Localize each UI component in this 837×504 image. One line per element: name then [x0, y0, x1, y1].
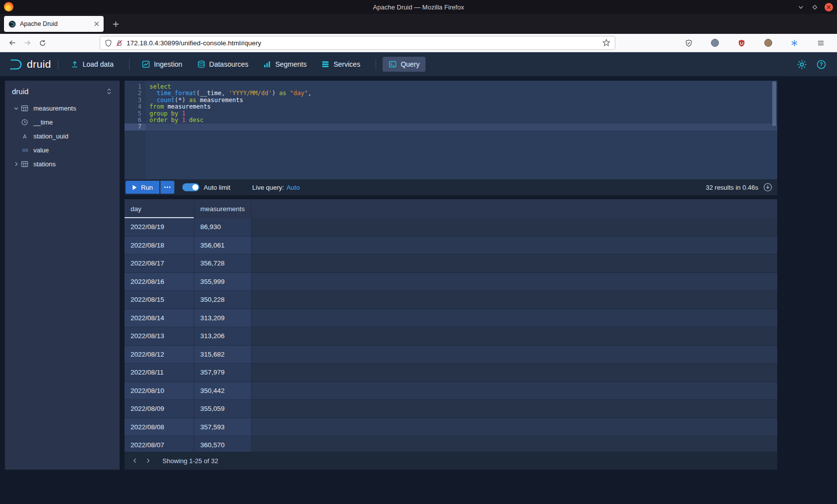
druid-logo-icon — [8, 58, 23, 71]
tree-item-measurements[interactable]: measurements — [5, 101, 120, 115]
auto-limit-toggle[interactable] — [182, 183, 199, 191]
nav-item-label: Services — [333, 60, 360, 68]
result-row: 2022/08/15350,228 — [125, 291, 777, 309]
new-tab-button[interactable] — [109, 17, 123, 31]
query-panel: 1234567 select time_format(__time, 'YYYY… — [125, 81, 777, 470]
next-page-button[interactable] — [141, 454, 154, 467]
ublock-origin-icon[interactable] — [735, 36, 747, 49]
tree-item-station_uuid[interactable]: Astation_uuid — [5, 129, 120, 143]
editor-gutter: 1234567 — [125, 81, 145, 179]
url-bar[interactable]: 172.18.0.4:30899/unified-console.html#qu… — [100, 36, 615, 50]
help-icon[interactable]: ? — [817, 60, 826, 69]
chevron-down-icon[interactable] — [11, 105, 21, 112]
bookmark-star-icon[interactable] — [602, 39, 610, 47]
result-cell-measurements[interactable]: 350,228 — [194, 291, 252, 309]
druid-brand[interactable]: druid — [8, 58, 51, 71]
app-menu-icon[interactable] — [815, 36, 827, 49]
window-titlebar: Apache Druid — Mozilla Firefox — [0, 0, 837, 14]
sql-editor[interactable]: 1234567 select time_format(__time, 'YYYY… — [125, 81, 777, 179]
window-minimize-button[interactable] — [797, 3, 805, 11]
extension-asterisk-icon[interactable] — [789, 36, 801, 49]
code-line: select — [149, 84, 777, 90]
result-cell-measurements[interactable]: 313,209 — [194, 309, 252, 328]
run-more-button[interactable] — [160, 181, 174, 194]
result-cell-day[interactable]: 2022/08/12 — [125, 346, 194, 364]
run-toolbar: Run Auto limit Live query: Auto 32 resul… — [125, 179, 777, 195]
result-cell-measurements[interactable]: 357,593 — [194, 418, 252, 437]
editor-scrollbar-thumb[interactable] — [772, 81, 776, 126]
result-cell-measurements[interactable]: 355,059 — [194, 400, 252, 418]
result-cell-measurements[interactable]: 313,206 — [194, 327, 252, 346]
result-cell-day[interactable]: 2022/08/08 — [125, 418, 194, 437]
back-button[interactable] — [5, 36, 20, 50]
download-icon[interactable] — [763, 183, 772, 192]
live-query-value[interactable]: Auto — [286, 184, 300, 191]
number-icon: 123 — [21, 146, 33, 154]
result-cell-day[interactable]: 2022/08/11 — [125, 364, 194, 382]
result-cell-day[interactable]: 2022/08/07 — [125, 436, 194, 452]
settings-gear-icon[interactable] — [797, 60, 807, 69]
tab-favicon-icon — [8, 20, 16, 28]
result-cell-day[interactable]: 2022/08/17 — [125, 254, 194, 273]
table-icon — [21, 160, 33, 168]
result-cell-measurements[interactable]: 357,979 — [194, 364, 252, 382]
tracking-protection-shield-icon[interactable] — [105, 39, 112, 47]
account-avatar-icon[interactable] — [709, 36, 721, 49]
result-cell-measurements[interactable]: 350,442 — [194, 382, 252, 400]
nav-item-query[interactable]: Query — [383, 57, 425, 72]
more-dots-icon — [164, 186, 171, 188]
column-header-measurements[interactable]: measurements — [194, 199, 252, 218]
result-cell-measurements[interactable]: 315,682 — [194, 346, 252, 364]
nav-item-segments[interactable]: Segments — [257, 57, 312, 72]
schema-sidebar: druid measurements__timeAstation_uuid123… — [5, 81, 120, 470]
row-filler — [252, 237, 777, 255]
result-cell-day[interactable]: 2022/08/13 — [125, 327, 194, 346]
tab-close-icon[interactable] — [94, 21, 99, 26]
result-cell-measurements[interactable]: 356,728 — [194, 254, 252, 273]
result-cell-measurements[interactable]: 86,930 — [194, 218, 252, 237]
result-row: 2022/08/10350,442 — [125, 382, 777, 400]
chevron-right-icon[interactable] — [11, 161, 21, 167]
result-cell-day[interactable]: 2022/08/19 — [125, 218, 194, 237]
result-cell-day[interactable]: 2022/08/14 — [125, 309, 194, 328]
window-close-button[interactable] — [825, 3, 833, 11]
column-header-day[interactable]: day — [125, 199, 194, 218]
row-filler — [252, 218, 777, 237]
result-cell-day[interactable]: 2022/08/09 — [125, 400, 194, 418]
reload-button[interactable] — [35, 36, 50, 50]
tree-item-label: __time — [33, 119, 53, 126]
url-text[interactable]: 172.18.0.4:30899/unified-console.html#qu… — [127, 39, 599, 47]
play-icon — [132, 185, 137, 190]
editor-code[interactable]: select time_format(__time, 'YYYY/MM/dd')… — [145, 81, 777, 179]
result-cell-day[interactable]: 2022/08/10 — [125, 382, 194, 400]
pagination-footer: Showing 1-25 of 32 — [125, 452, 777, 470]
result-cell-day[interactable]: 2022/08/18 — [125, 237, 194, 255]
nav-item-label: Datasources — [209, 60, 249, 68]
tree-item-__time[interactable]: __time — [5, 115, 120, 129]
extension-avatar-icon[interactable] — [762, 36, 774, 49]
nav-item-services[interactable]: Services — [315, 57, 366, 72]
result-cell-measurements[interactable]: 360,570 — [194, 436, 252, 452]
window-maximize-button[interactable] — [811, 3, 819, 11]
result-cell-day[interactable]: 2022/08/16 — [125, 273, 194, 291]
insecure-lock-icon[interactable] — [116, 39, 123, 47]
tree-item-stations[interactable]: stations — [5, 157, 120, 171]
tab-bar: Apache Druid — [0, 14, 837, 34]
code-line: order by 1 desc — [149, 117, 777, 124]
browser-tab[interactable]: Apache Druid — [4, 16, 104, 32]
shield-extension-icon[interactable] — [683, 36, 695, 49]
run-button[interactable]: Run — [126, 181, 159, 194]
result-cell-measurements[interactable]: 355,999 — [194, 273, 252, 291]
nav-item-load-data[interactable]: Load data — [65, 57, 120, 72]
tree-item-value[interactable]: 123value — [5, 143, 120, 157]
nav-item-datasources[interactable]: Datasources — [191, 57, 255, 72]
prev-page-button[interactable] — [129, 454, 141, 467]
result-cell-measurements[interactable]: 356,061 — [194, 237, 252, 255]
result-cell-day[interactable]: 2022/08/15 — [125, 291, 194, 309]
tree-item-label: value — [33, 146, 49, 154]
forward-button[interactable] — [20, 36, 35, 50]
druid-brand-label: druid — [27, 58, 51, 70]
nav-item-ingestion[interactable]: Ingestion — [136, 57, 188, 72]
schema-sort-icon[interactable] — [106, 88, 113, 95]
line-number: 5 — [125, 111, 145, 117]
